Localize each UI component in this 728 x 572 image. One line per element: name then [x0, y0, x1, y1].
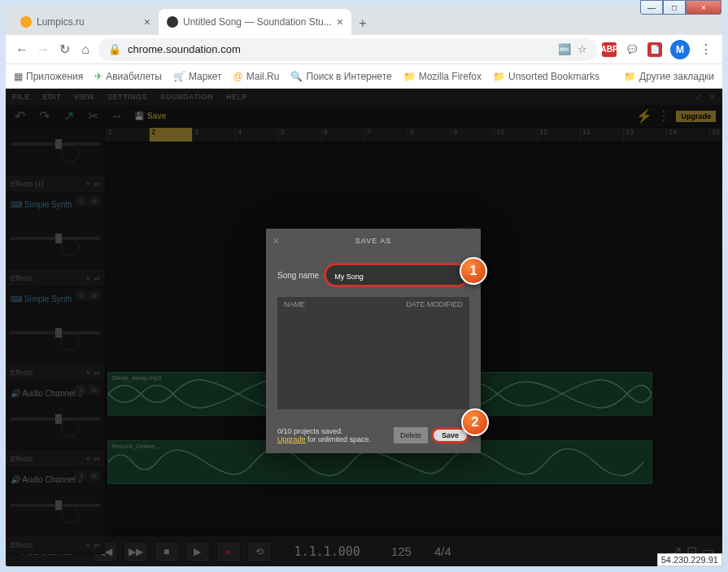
- close-icon[interactable]: ✕: [709, 93, 717, 101]
- tab-soundation[interactable]: Untitled Song — Soundation Stu... ×: [159, 9, 351, 35]
- track-header[interactable]: [6, 489, 105, 536]
- volume-slider[interactable]: [11, 331, 100, 334]
- volume-slider[interactable]: [11, 142, 100, 146]
- menu-file[interactable]: FILE: [12, 93, 30, 101]
- fx-toggle-icon: ⇄: [94, 455, 100, 463]
- upgrade-link[interactable]: Upgrade: [277, 435, 306, 443]
- more-icon[interactable]: ⋮: [656, 109, 671, 124]
- star-icon[interactable]: ☆: [578, 43, 587, 55]
- menu-button[interactable]: ⋮: [698, 41, 714, 58]
- chat-extension-icon[interactable]: 💬: [625, 42, 639, 57]
- abp-extension-icon[interactable]: ABP: [602, 42, 617, 57]
- menu-help[interactable]: HELP: [226, 93, 247, 101]
- forward-button[interactable]: →: [35, 41, 51, 58]
- mute-button[interactable]: M: [89, 385, 100, 395]
- plane-icon: ✈: [94, 71, 102, 82]
- play-button[interactable]: ▶: [185, 541, 210, 562]
- pan-knob[interactable]: [61, 144, 79, 162]
- pdf-extension-icon[interactable]: 📄: [647, 42, 662, 57]
- track-header[interactable]: 🔊 Audio Channel 5 SM: [6, 382, 105, 403]
- pan-knob[interactable]: [61, 238, 79, 256]
- track-header[interactable]: [6, 128, 105, 175]
- fx-toggle-icon: ⇄: [94, 274, 100, 282]
- effects-row[interactable]: Effects▾⇄: [6, 450, 105, 468]
- stop-button[interactable]: ■: [155, 541, 179, 562]
- transport-bpm[interactable]: 125: [391, 544, 412, 558]
- cut-icon[interactable]: ✂: [85, 109, 100, 124]
- menu-view[interactable]: VIEW: [74, 93, 94, 101]
- cursor-icon[interactable]: ↗: [61, 109, 76, 124]
- bookmark-unsorted[interactable]: 📁Unsorted Bookmarks: [493, 71, 599, 82]
- effects-label: Effects: [11, 369, 33, 377]
- tab-close-icon[interactable]: ×: [144, 15, 150, 28]
- new-tab-button[interactable]: +: [351, 12, 374, 35]
- window-maximize-button[interactable]: □: [663, 0, 686, 15]
- menu-settings[interactable]: SETTINGS: [107, 93, 147, 101]
- bookmark-apps[interactable]: ▦Приложения: [14, 71, 83, 82]
- loop-button[interactable]: ⟲: [247, 541, 272, 562]
- ruler-tick: 6: [321, 128, 364, 142]
- mute-button[interactable]: M: [89, 196, 100, 206]
- upgrade-button[interactable]: Upgrade: [676, 111, 716, 122]
- mute-button[interactable]: M: [89, 471, 100, 481]
- tab-close-icon[interactable]: ×: [337, 15, 343, 28]
- home-button[interactable]: ⌂: [77, 41, 94, 58]
- transport-signature[interactable]: 4/4: [434, 544, 451, 558]
- bookmark-mozilla[interactable]: 📁Mozilla Firefox: [403, 71, 482, 82]
- undo-icon[interactable]: ↶: [12, 109, 27, 124]
- dialog-close-button[interactable]: ×: [272, 234, 280, 247]
- bookmark-mailru[interactable]: @Mail.Ru: [233, 71, 280, 82]
- volume-slider[interactable]: [11, 504, 100, 507]
- window-minimize-button[interactable]: —: [640, 0, 663, 15]
- fullscreen-icon[interactable]: ⤢: [695, 93, 703, 101]
- song-name-input[interactable]: [334, 273, 459, 281]
- solo-button[interactable]: S: [76, 385, 87, 395]
- file-list[interactable]: [277, 312, 469, 409]
- bookmark-poisk[interactable]: 🔍Поиск в Интернете: [290, 71, 391, 82]
- record-button[interactable]: ●: [216, 541, 241, 562]
- address-bar[interactable]: 🔒 chrome.soundation.com 🔤 ☆: [98, 38, 597, 61]
- save-icon: 💾: [134, 111, 144, 120]
- pan-knob[interactable]: [61, 505, 79, 523]
- reload-button[interactable]: ↻: [56, 41, 72, 58]
- save-button[interactable]: 💾 Save: [134, 111, 166, 120]
- redo-icon[interactable]: ↷: [37, 109, 51, 124]
- track-header[interactable]: 🔊 Audio Channel 6 SM: [6, 468, 105, 489]
- pan-knob[interactable]: [61, 419, 79, 437]
- bolt-icon[interactable]: ⚡: [637, 109, 652, 124]
- bookmark-aviabilety[interactable]: ✈Авиабилеты: [94, 71, 162, 82]
- translate-icon[interactable]: 🔤: [558, 43, 571, 55]
- track-header[interactable]: ⌨ Simple Synth SM: [6, 193, 105, 222]
- timeline-ruler[interactable]: 1 2 3 4 5 6 7 8 9 10 11 12 13 14: [106, 128, 722, 142]
- bookmark-label: Mail.Ru: [246, 71, 280, 82]
- volume-slider[interactable]: [11, 237, 100, 240]
- solo-button[interactable]: S: [76, 196, 87, 206]
- delete-button[interactable]: Delete: [394, 427, 428, 443]
- track-header[interactable]: ⌨ Simple Synth SM: [6, 287, 105, 317]
- transport-time[interactable]: 1.1.1.000: [294, 544, 360, 559]
- track-header[interactable]: [6, 222, 105, 269]
- fastforward-button[interactable]: ▶▶: [124, 541, 148, 562]
- track-header[interactable]: [6, 403, 105, 450]
- solo-button[interactable]: S: [76, 290, 87, 300]
- effects-row[interactable]: Effects▾⇄: [6, 536, 105, 554]
- volume-slider[interactable]: [11, 417, 100, 421]
- effects-row[interactable]: Effects (1)▾⇄: [6, 175, 105, 193]
- effects-row[interactable]: Effects▾⇄: [6, 364, 105, 382]
- pan-knob[interactable]: [61, 333, 79, 351]
- back-button[interactable]: ←: [14, 41, 30, 58]
- mute-button[interactable]: M: [89, 290, 100, 300]
- effects-row[interactable]: Effects▾⇄: [6, 269, 105, 287]
- window-close-button[interactable]: ×: [686, 0, 721, 15]
- bookmark-other[interactable]: 📁Другие закладки: [624, 71, 714, 82]
- chevron-icon: ▾: [86, 180, 90, 188]
- profile-avatar[interactable]: M: [670, 40, 690, 59]
- track-header[interactable]: [6, 317, 105, 364]
- bookmark-market[interactable]: 🛒Маркет: [173, 71, 222, 82]
- menu-edit[interactable]: EDIT: [43, 93, 62, 101]
- menu-soundation[interactable]: SOUNDATION: [160, 93, 213, 101]
- solo-button[interactable]: S: [76, 471, 87, 481]
- tab-lumpics[interactable]: Lumpics.ru ×: [12, 9, 159, 35]
- track-panel: Effects (1)▾⇄ ⌨ Simple Synth SM Effects▾…: [6, 128, 106, 535]
- stretch-icon[interactable]: ↔: [110, 109, 124, 124]
